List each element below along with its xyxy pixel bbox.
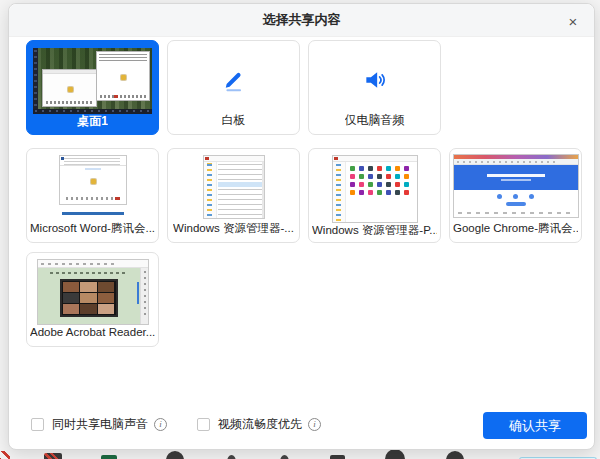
video-priority-checkbox[interactable] bbox=[197, 418, 210, 431]
share-sound-label: 同时共享电脑声音 bbox=[52, 416, 148, 433]
close-icon[interactable]: × bbox=[564, 12, 582, 30]
taskbar bbox=[0, 450, 600, 459]
tile-label: Microsoft Word-腾讯会... bbox=[30, 221, 155, 235]
taskbar-item[interactable] bbox=[280, 455, 289, 459]
thumb-taskbar-left bbox=[33, 48, 38, 114]
taskbar-item[interactable] bbox=[330, 455, 345, 459]
app-icon-grid bbox=[350, 166, 413, 195]
tile-label: Windows 资源管理器-P... bbox=[312, 223, 437, 235]
thumb-window bbox=[42, 69, 97, 107]
share-tile-word-window[interactable]: Microsoft Word-腾讯会... bbox=[26, 148, 159, 243]
confirm-share-button[interactable]: 确认共享 bbox=[483, 412, 587, 439]
share-tile-acrobat-window[interactable]: Adobe Acrobat Reader... bbox=[26, 252, 159, 347]
taskbar-item[interactable] bbox=[101, 455, 117, 459]
explorer-window-thumbnail bbox=[332, 155, 418, 223]
chrome-window-thumbnail bbox=[453, 154, 579, 218]
video-grid-image bbox=[60, 279, 118, 317]
explorer-window-thumbnail bbox=[203, 155, 265, 219]
thumb-window bbox=[96, 51, 150, 101]
speaker-icon bbox=[362, 67, 388, 93]
thumb-accent-line bbox=[62, 212, 124, 215]
webpage-banner bbox=[454, 165, 578, 190]
word-window-thumbnail bbox=[59, 155, 127, 205]
info-icon[interactable]: i bbox=[154, 418, 167, 431]
dialog-title: 选择共享内容 bbox=[263, 11, 341, 29]
share-tile-explorer-window[interactable]: Windows 资源管理器-... bbox=[167, 148, 300, 243]
share-tile-chrome-window[interactable]: Google Chrome-腾讯会... bbox=[449, 148, 582, 243]
share-tile-computer-audio[interactable]: 仅电脑音频 bbox=[308, 40, 441, 135]
share-tile-explorer-window-2[interactable]: Windows 资源管理器-P... bbox=[308, 148, 441, 243]
acrobat-window-thumbnail bbox=[37, 259, 149, 325]
taskbar-item[interactable] bbox=[0, 451, 10, 459]
taskbar-item[interactable] bbox=[385, 449, 405, 459]
share-tile-whiteboard[interactable]: 白板 bbox=[167, 40, 300, 135]
taskbar-item[interactable] bbox=[166, 451, 184, 459]
tile-label: 白板 bbox=[222, 113, 246, 127]
tile-label: Windows 资源管理器-... bbox=[173, 221, 294, 235]
share-tile-desktop1[interactable]: 桌面1 bbox=[26, 40, 159, 135]
thumb-taskbar-bottom bbox=[33, 109, 152, 114]
share-sound-checkbox[interactable] bbox=[31, 418, 44, 431]
taskbar-item[interactable] bbox=[227, 455, 236, 459]
tile-label: 桌面1 bbox=[77, 114, 108, 127]
tile-label: Google Chrome-腾讯会... bbox=[453, 221, 578, 235]
tile-label: 仅电脑音频 bbox=[345, 113, 405, 127]
video-priority-label: 视频流畅度优先 bbox=[218, 416, 302, 433]
dialog-titlebar: 选择共享内容 bbox=[9, 4, 594, 37]
tile-label: Adobe Acrobat Reader... bbox=[30, 325, 155, 339]
info-icon[interactable]: i bbox=[308, 418, 321, 431]
taskbar-item[interactable] bbox=[44, 453, 62, 459]
desktop-thumbnail bbox=[33, 48, 152, 114]
dialog-footer: 同时共享电脑声音 i 视频流畅度优先 i bbox=[31, 416, 321, 433]
pencil-icon bbox=[221, 67, 247, 93]
share-content-dialog: 选择共享内容 × 桌面1 白板 仅电脑音频 bbox=[8, 3, 595, 450]
taskbar-item[interactable] bbox=[446, 451, 464, 459]
